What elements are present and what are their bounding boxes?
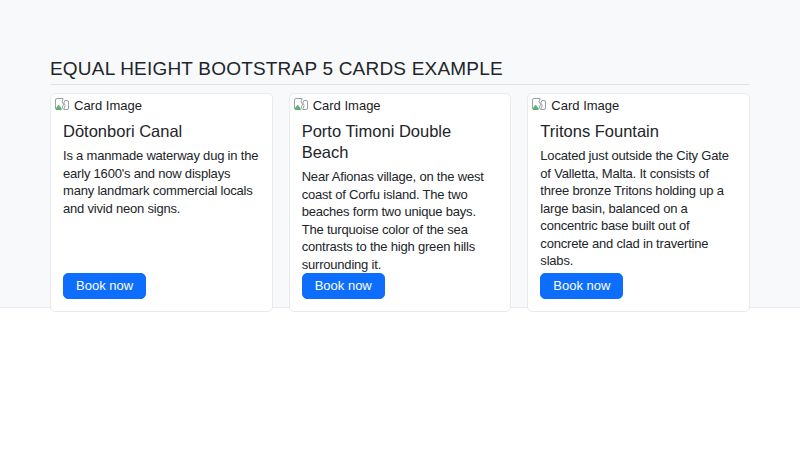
card-image-alt-text: Card Image bbox=[313, 98, 381, 113]
cards-row: Card Image Dōtonbori Canal Is a manmade … bbox=[50, 93, 750, 312]
card-image-placeholder: Card Image bbox=[528, 94, 749, 113]
card-title: Porto Timoni Double Beach bbox=[302, 121, 499, 163]
card-image-alt-text: Card Image bbox=[551, 98, 619, 113]
card-description: Is a manmade waterway dug in the early 1… bbox=[63, 147, 260, 217]
card-image-alt-text: Card Image bbox=[74, 98, 142, 113]
page-top-section: EQUAL HEIGHT BOOTSTRAP 5 CARDS EXAMPLE C… bbox=[0, 0, 800, 308]
book-now-button[interactable]: Book now bbox=[540, 273, 623, 299]
card-porto-timoni: Card Image Porto Timoni Double Beach Nea… bbox=[289, 93, 512, 312]
card-body: Tritons Fountain Located just outside th… bbox=[528, 113, 749, 311]
card-body: Dōtonbori Canal Is a manmade waterway du… bbox=[51, 113, 272, 311]
broken-image-icon bbox=[293, 97, 309, 113]
card-body: Porto Timoni Double Beach Near Afionas v… bbox=[290, 113, 511, 311]
content-container: EQUAL HEIGHT BOOTSTRAP 5 CARDS EXAMPLE C… bbox=[50, 57, 750, 312]
book-now-button[interactable]: Book now bbox=[302, 273, 385, 299]
card-title: Dōtonbori Canal bbox=[63, 121, 260, 142]
card-description: Near Afionas village, on the west coast … bbox=[302, 168, 499, 273]
card-image-placeholder: Card Image bbox=[51, 94, 272, 113]
broken-image-icon bbox=[531, 97, 547, 113]
card-title: Tritons Fountain bbox=[540, 121, 737, 142]
book-now-button[interactable]: Book now bbox=[63, 273, 146, 299]
page-title: EQUAL HEIGHT BOOTSTRAP 5 CARDS EXAMPLE bbox=[50, 57, 750, 80]
heading-divider bbox=[50, 84, 750, 85]
card-dotonbori-canal: Card Image Dōtonbori Canal Is a manmade … bbox=[50, 93, 273, 312]
card-tritons-fountain: Card Image Tritons Fountain Located just… bbox=[527, 93, 750, 312]
broken-image-icon bbox=[54, 97, 70, 113]
card-description: Located just outside the City Gate of Va… bbox=[540, 147, 737, 270]
card-image-placeholder: Card Image bbox=[290, 94, 511, 113]
